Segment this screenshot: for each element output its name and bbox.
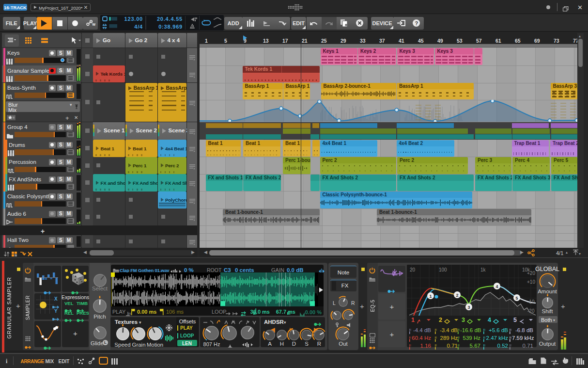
svg-text:5: 5 xyxy=(515,296,518,301)
svg-text:?: ? xyxy=(415,20,418,26)
svg-text:w: w xyxy=(92,22,95,27)
svg-text:4: 4 xyxy=(495,284,498,289)
svg-text:2: 2 xyxy=(456,293,458,298)
svg-text:3: 3 xyxy=(467,305,470,310)
svg-text:1: 1 xyxy=(429,294,432,299)
